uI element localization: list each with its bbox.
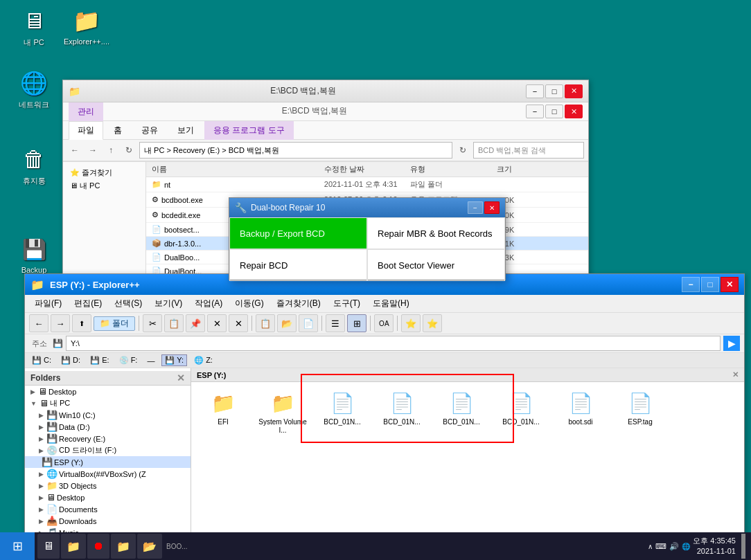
tree-recovery-e[interactable]: ▶💾 Recovery (E:) <box>25 433 191 444</box>
drive-y-esp[interactable]: 💾 Y: <box>161 354 187 366</box>
toolbar-move[interactable]: 📂 <box>277 314 297 332</box>
tab-share[interactable]: 공유 <box>132 121 167 140</box>
fe-maximize-btn[interactable]: □ <box>545 105 563 118</box>
folders-close[interactable]: ✕ <box>177 372 185 383</box>
toolbar-paste[interactable]: 📌 <box>186 314 205 332</box>
toolbar-delete2[interactable]: ✕ <box>229 314 248 332</box>
exp-maximize[interactable]: □ <box>701 277 719 292</box>
popup-close[interactable]: ✕ <box>484 201 500 214</box>
toolbar-star[interactable]: ⭐ <box>401 314 421 332</box>
tree-desktop[interactable]: ▶🖥 Desktop <box>25 386 191 397</box>
taskbar-item-folder1[interactable]: 📁 <box>61 534 86 559</box>
taskbar-item-my-pc[interactable]: 🖥 <box>37 534 60 559</box>
files-header-close[interactable]: ✕ <box>732 370 739 379</box>
tree-win10[interactable]: ▶💾 Win10 (C:) <box>25 409 191 421</box>
tray-up-arrow[interactable]: ∧ <box>648 543 653 550</box>
file-item-bcd1[interactable]: 📄 BCD_01N... <box>317 389 367 435</box>
toolbar-folder[interactable]: 📁 폴더 <box>94 316 135 331</box>
drive-d[interactable]: 💾 D: <box>58 355 83 365</box>
desktop-icon-backup[interactable]: 💾 Backup <box>10 235 58 274</box>
toolbar-filter[interactable]: OA <box>374 314 394 332</box>
toolbar-forward[interactable]: → <box>51 314 70 332</box>
tab-app-tools[interactable]: 응용 프로그램 도구 <box>204 121 294 140</box>
toolbar-list[interactable]: ⊞ <box>347 314 366 332</box>
toolbar-copy[interactable]: 📋 <box>164 314 184 332</box>
address-go-button[interactable]: ▶ <box>723 336 740 351</box>
fe-minimize-btn[interactable]: − <box>526 105 544 118</box>
menu-action[interactable]: 작업(A) <box>189 296 228 311</box>
sidebar-favorites[interactable]: ⭐ 즐겨찾기 <box>67 166 141 179</box>
toolbar-delete[interactable]: ✕ <box>207 314 227 332</box>
menu-select[interactable]: 선택(S) <box>109 296 148 311</box>
close-button[interactable]: ✕ <box>565 84 583 98</box>
refresh-button[interactable]: ↻ <box>121 143 136 158</box>
tab-view[interactable]: 보기 <box>168 121 203 140</box>
toolbar-view[interactable]: ☰ <box>326 314 345 332</box>
toolbar-new[interactable]: 📄 <box>299 314 318 332</box>
file-item-boot-sdi[interactable]: 📄 boot.sdi <box>556 389 606 435</box>
drive-c[interactable]: 💾 C: <box>29 355 54 365</box>
up-button[interactable]: ↑ <box>103 143 118 158</box>
tray-volume[interactable]: 🔊 <box>669 542 679 551</box>
tree-vbox[interactable]: ▶🌐 VirtualBox(##VBoxSvr) (Z <box>25 468 191 480</box>
file-item-bcd4[interactable]: 📄 BCD_01N... <box>496 389 546 435</box>
start-button[interactable]: ⊞ <box>0 532 35 560</box>
popup-menu-repair-mbr[interactable]: Repair MBR & Boot Records <box>367 217 505 249</box>
refresh2-button[interactable]: ↻ <box>455 143 470 158</box>
minimize-button[interactable]: − <box>526 84 544 98</box>
drive-z[interactable]: 🌐 Z: <box>191 355 215 365</box>
exp-close[interactable]: ✕ <box>721 277 739 292</box>
address-input[interactable] <box>66 336 721 351</box>
forward-button[interactable]: → <box>85 143 100 158</box>
tab-file[interactable]: 파일 <box>69 121 103 140</box>
desktop-icon-explorer-plus[interactable]: 📁 Explorer++.... <box>62 7 111 46</box>
menu-favorites[interactable]: 즐겨찾기(B) <box>271 296 326 311</box>
drive-f[interactable]: 💿 F: <box>116 355 141 365</box>
file-item-system-volume[interactable]: 📁 System Volume I... <box>258 389 308 435</box>
fe-close-btn[interactable]: ✕ <box>565 105 583 118</box>
toolbar-copy2[interactable]: 📋 <box>256 314 275 332</box>
tree-cd-f[interactable]: ▶💿 CD 드라이브 (F:) <box>25 444 191 456</box>
menu-help[interactable]: 도움말(H) <box>367 296 415 311</box>
desktop-icon-recycle-bin[interactable]: 🗑 휴지통 <box>10 145 58 186</box>
sidebar-my-pc[interactable]: 🖥 내 PC <box>67 179 141 192</box>
toolbar-star2[interactable]: ⭐ <box>423 314 442 332</box>
file-row-nt[interactable]: 📁 nt 2021-11-01 오후 4:31 파일 폴더 <box>146 177 588 192</box>
taskbar-item-yellow-folder[interactable]: 📂 <box>137 534 162 559</box>
file-item-bcd3[interactable]: 📄 BCD_01N... <box>436 389 486 435</box>
toolbar-up[interactable]: ⬆ <box>72 314 91 332</box>
tree-esp-y[interactable]: 💾 ESP (Y:) <box>25 456 191 468</box>
taskbar-item-red-tool[interactable]: ⏺ <box>87 534 109 559</box>
back-button[interactable]: ← <box>67 143 82 158</box>
menu-go[interactable]: 이동(G) <box>229 296 269 311</box>
tab-manage[interactable]: 관리 <box>69 102 103 121</box>
taskbar-item-folder2[interactable]: 📁 <box>111 534 136 559</box>
menu-tools[interactable]: 도구(T) <box>328 296 366 311</box>
tab-home[interactable]: 홈 <box>105 121 131 140</box>
search-box[interactable]: BCD 백업,복원 검색 <box>473 142 584 159</box>
popup-minimize[interactable]: − <box>468 201 483 214</box>
toolbar-cut[interactable]: ✂ <box>143 314 162 332</box>
popup-menu-backup[interactable]: Backup / Export BCD <box>229 217 367 249</box>
menu-edit[interactable]: 편집(E) <box>69 296 107 311</box>
popup-menu-repair-bcd[interactable]: Repair BCD <box>229 249 367 281</box>
file-item-bcd2[interactable]: 📄 BCD_01N... <box>377 389 427 435</box>
toolbar-back[interactable]: ← <box>29 314 48 332</box>
show-desktop[interactable] <box>741 534 745 559</box>
taskbar-clock[interactable]: 오후 4:35:45 2021-11-01 <box>693 536 736 557</box>
menu-file[interactable]: 파일(F) <box>29 296 67 311</box>
tree-my-pc[interactable]: ▼🖥 내 PC <box>25 397 191 409</box>
popup-menu-boot-viewer[interactable]: Boot Sector Viewer <box>367 249 505 281</box>
tree-3dobjects[interactable]: ▶📁 3D Objects <box>25 480 191 491</box>
desktop-icon-my-pc[interactable]: 🖥 내 PC <box>10 7 58 48</box>
menu-view[interactable]: 보기(V) <box>149 296 188 311</box>
exp-minimize[interactable]: − <box>682 277 700 292</box>
drive-y[interactable]: — <box>144 356 157 365</box>
tree-downloads[interactable]: ▶📥 Downloads <box>25 515 191 527</box>
tree-data-d[interactable]: ▶💾 Data (D:) <box>25 421 191 433</box>
file-item-efi[interactable]: 📁 EFI <box>198 389 248 435</box>
maximize-button[interactable]: □ <box>545 84 563 98</box>
file-item-esp-tag[interactable]: 📄 ESP.tag <box>615 389 665 435</box>
address-box[interactable]: 내 PC > Recovery (E:) > BCD 백업,복원 <box>139 142 452 159</box>
desktop-icon-network[interactable]: 🌐 네트워크 <box>10 69 58 110</box>
